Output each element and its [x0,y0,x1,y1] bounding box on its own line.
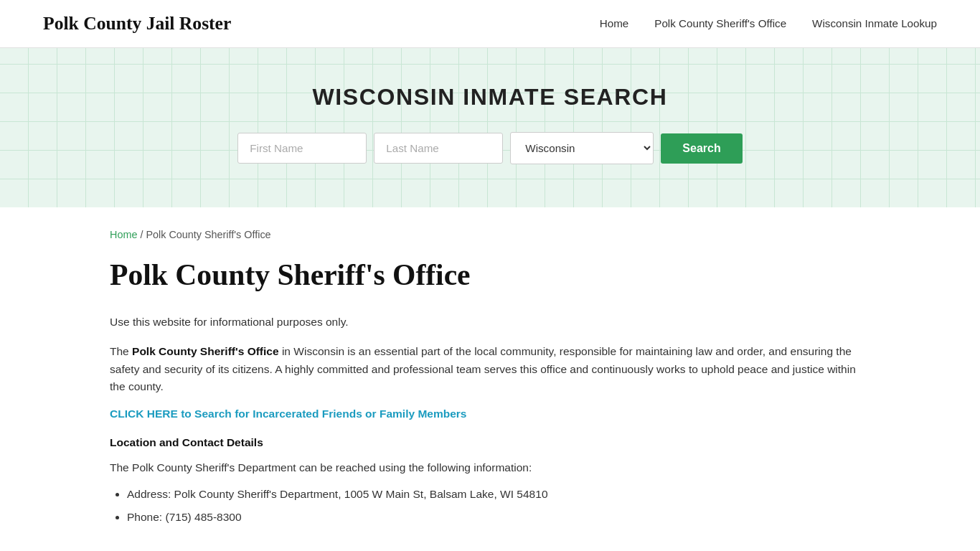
nav-link-home[interactable]: Home [600,17,629,29]
contact-list: Address: Polk County Sheriff's Departmen… [110,484,870,527]
disclaimer-text: Use this website for informational purpo… [110,314,870,331]
description-text: The Polk County Sheriff's Office in Wisc… [110,343,870,396]
nav-link-inmate-lookup[interactable]: Wisconsin Inmate Lookup [812,17,937,29]
navbar: Polk County Jail Roster Home Polk County… [0,0,980,48]
nav-item-sheriff[interactable]: Polk County Sheriff's Office [654,17,786,30]
nav-item-inmate-lookup[interactable]: Wisconsin Inmate Lookup [812,17,937,30]
search-button[interactable]: Search [661,133,742,164]
description-bold: Polk County Sheriff's Office [132,345,279,357]
description-prefix: The [110,345,132,357]
main-content: Home / Polk County Sheriff's Office Polk… [67,207,913,551]
nav-item-home[interactable]: Home [600,17,629,30]
page-title: Polk County Sheriff's Office [110,258,870,293]
contact-address: Address: Polk County Sheriff's Departmen… [127,484,870,504]
contact-intro: The Polk County Sheriff's Department can… [110,459,870,477]
nav-links: Home Polk County Sheriff's Office Wiscon… [600,17,937,30]
state-select[interactable]: Wisconsin Alabama Alaska Arizona Arkansa… [510,132,654,164]
first-name-input[interactable] [237,133,367,164]
last-name-input[interactable] [374,133,503,164]
hero-title: WISCONSIN INMATE SEARCH [14,84,966,110]
search-form: Wisconsin Alabama Alaska Arizona Arkansa… [14,132,966,164]
site-logo[interactable]: Polk County Jail Roster [43,13,231,34]
hero-section: WISCONSIN INMATE SEARCH Wisconsin Alabam… [0,48,980,207]
breadcrumb-current: Polk County Sheriff's Office [146,229,270,240]
cta-search-link[interactable]: CLICK HERE to Search for Incarcerated Fr… [110,408,467,420]
contact-phone: Phone: (715) 485-8300 [127,507,870,527]
nav-link-sheriff[interactable]: Polk County Sheriff's Office [654,17,786,29]
location-heading: Location and Contact Details [110,436,870,449]
breadcrumb: Home / Polk County Sheriff's Office [110,229,870,240]
breadcrumb-home-link[interactable]: Home [110,229,137,240]
